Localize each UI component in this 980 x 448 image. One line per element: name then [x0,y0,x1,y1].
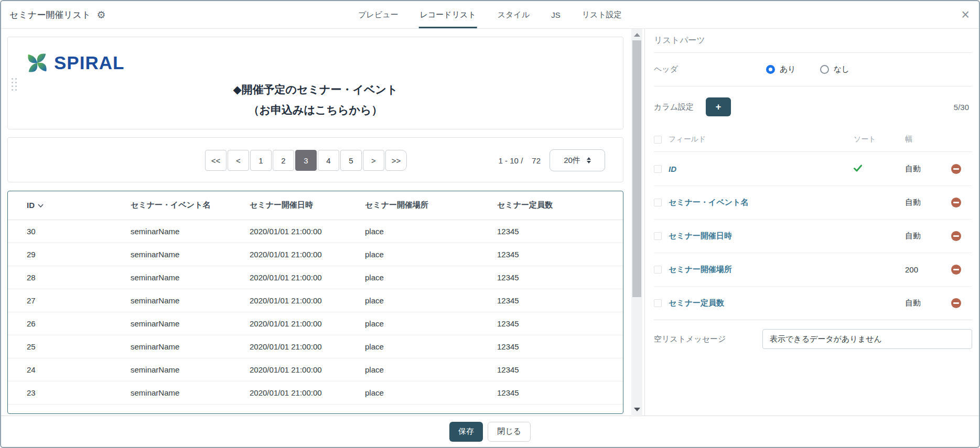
field-name-link[interactable]: セミナー開催場所 [669,265,732,274]
radio-icon[interactable] [766,65,775,74]
cell-capacity: 12345 [493,289,623,312]
field-width-value: 自動 [905,298,951,308]
record-table: ID セミナー・イベント名 セミナー開催日時 セミナー開催場所 セミナー定員数 [8,191,623,405]
panel-title: リストパーツ [654,35,705,46]
field-row: セミナー・イベント名 自動 [654,185,972,219]
select-updown-icon [587,157,591,163]
add-column-button[interactable]: + [706,97,731,116]
field-width-value: 200 [905,265,951,274]
pager: << < 1 2 3 4 5 > [205,150,407,171]
field-checkbox[interactable] [654,199,662,206]
field-name-link[interactable]: セミナー開催日時 [669,231,732,240]
page-button[interactable]: 1 [250,150,272,171]
sort-desc-icon [38,204,44,207]
page-button[interactable]: < [228,150,249,171]
field-name-link[interactable]: セミナー定員数 [669,298,724,307]
title-group: セミナー開催リスト ⚙︎ [9,9,105,21]
page-button[interactable]: > [363,150,384,171]
record-range: 1 - 10 / 72 20件 [499,149,605,171]
field-list-header: フィールド ソート 幅 [654,127,972,152]
page-button[interactable]: >> [385,150,407,171]
field-checkbox[interactable] [654,232,662,240]
tab-label: JS [551,10,561,19]
radio-icon[interactable] [820,65,829,74]
width-column-label: 幅 [905,135,951,144]
modal-window: セミナー開催リスト ⚙︎ プレビュー レコードリスト スタイル JS [0,0,980,448]
tab[interactable]: プレビュー [357,1,399,28]
preview-header-block: SPIRAL ◆開催予定のセミナー・イベント （お申込みはこちらから） [7,37,623,129]
scroll-up-icon[interactable] [634,33,640,37]
remove-field-icon[interactable] [951,198,961,207]
close-button[interactable]: 閉じる [488,422,531,442]
remove-field-icon[interactable] [951,164,961,174]
field-checkbox[interactable] [654,299,662,307]
cell-capacity: 12345 [493,266,623,289]
page-button[interactable]: 5 [340,150,362,171]
page-button[interactable]: 4 [318,150,339,171]
remove-field-icon[interactable] [951,298,961,308]
cell-datetime: 2020/01/01 21:00:00 [245,266,361,289]
table-row: 25 seminarName 2020/01/01 21:00:00 place… [8,335,623,358]
page-size-select[interactable]: 20件 [550,149,605,171]
column-settings-label: カラム設定 [654,102,706,112]
cell-capacity: 12345 [493,358,623,381]
radio-option[interactable]: あり [766,64,796,74]
list-preview-pane: SPIRAL ◆開催予定のセミナー・イベント （お申込みはこちらから） << <… [1,29,644,416]
cell-name: seminarName [126,266,245,289]
page-button[interactable]: 2 [273,150,294,171]
empty-message-label: 空リストメッセージ [654,334,762,344]
cell-id: 30 [8,220,126,243]
tab[interactable]: レコードリスト [419,1,477,28]
cell-name: seminarName [126,243,245,266]
range-text: 1 - 10 / [499,156,523,165]
save-button[interactable]: 保存 [449,422,483,442]
cell-capacity: 12345 [493,220,623,243]
table-row: 29 seminarName 2020/01/01 21:00:00 place… [8,243,623,266]
sort-column-label: ソート [854,135,905,144]
radio-option[interactable]: なし [820,64,850,74]
field-name-link[interactable]: セミナー・イベント名 [669,198,748,206]
cell-place: place [361,358,493,381]
field-width-value: 自動 [905,198,951,207]
gear-icon[interactable]: ⚙︎ [96,10,105,20]
scroll-down-icon[interactable] [634,408,640,411]
tab-label: スタイル [498,10,530,20]
tab[interactable]: スタイル [497,1,531,28]
remove-field-icon[interactable] [951,265,961,275]
cell-name: seminarName [126,289,245,312]
tab[interactable]: JS [550,1,562,28]
header-setting-row: ヘッダ あり なし [654,53,972,86]
field-checkbox[interactable] [654,266,662,274]
field-list: ID 自動 セミナー・イベント名 [654,152,972,320]
table-row: 28 seminarName 2020/01/01 21:00:00 place… [8,266,623,289]
tab[interactable]: リスト設定 [581,1,623,28]
empty-message-input[interactable] [762,329,972,349]
column-header-datetime: セミナー開催日時 [245,191,361,220]
cell-id: 25 [8,335,126,358]
column-header-id[interactable]: ID [8,191,126,220]
title-bar: セミナー開催リスト ⚙︎ プレビュー レコードリスト スタイル JS [1,1,979,29]
cell-id: 27 [8,289,126,312]
scrollbar-thumb[interactable] [632,40,641,297]
tab-label: プレビュー [358,10,398,20]
field-name-link[interactable]: ID [669,165,676,173]
cell-name: seminarName [126,358,245,381]
page-button[interactable]: 3 [295,150,317,171]
left-pane-scrollbar[interactable] [631,29,642,417]
record-table-block: ID セミナー・イベント名 セミナー開催日時 セミナー開催場所 セミナー定員数 [7,191,623,414]
tab-bar: プレビュー レコードリスト スタイル JS リスト設定 [357,1,623,28]
table-row: 23 seminarName 2020/01/01 21:00:00 place… [8,381,623,404]
page-title: セミナー開催リスト [9,9,91,21]
close-icon[interactable]: × [961,8,970,22]
select-all-checkbox[interactable] [654,136,662,144]
remove-field-icon[interactable] [951,231,961,241]
column-count-badge: 5/30 [954,103,969,112]
field-row: セミナー開催日時 自動 [654,219,972,253]
cell-capacity: 12345 [493,243,623,266]
cell-place: place [361,220,493,243]
cell-name: seminarName [126,335,245,358]
page-button[interactable]: << [205,150,227,171]
field-checkbox[interactable] [654,165,662,173]
header-radio-group: あり なし [766,64,849,74]
list-parts-panel: リストパーツ ヘッダ あり なし [644,29,979,416]
